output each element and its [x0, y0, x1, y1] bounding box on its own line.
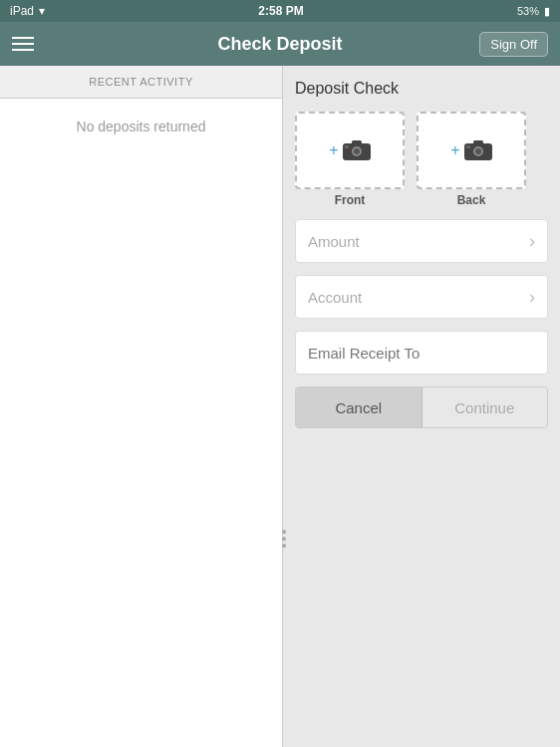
device-label: iPad — [10, 4, 34, 18]
amount-chevron-icon: › — [529, 231, 535, 252]
status-bar: iPad ▾ 2:58 PM 53% ▮ — [0, 0, 560, 22]
front-label: Front — [335, 193, 366, 207]
back-label: Back — [457, 193, 486, 207]
back-camera-inner: + — [450, 139, 491, 161]
button-row: Cancel Continue — [295, 386, 548, 428]
nav-bar: Check Deposit Sign Off — [0, 22, 560, 66]
continue-button[interactable]: Continue — [422, 387, 548, 427]
recent-activity-header: RECENT ACTIVITY — [0, 66, 282, 99]
status-bar-time: 2:58 PM — [258, 4, 303, 18]
cancel-button[interactable]: Cancel — [296, 387, 422, 427]
camera-row: + Front + — [295, 112, 548, 207]
front-camera-container: + Front — [295, 112, 405, 207]
deposit-check-title: Deposit Check — [295, 80, 548, 98]
amount-field[interactable]: Amount › — [295, 219, 548, 263]
svg-rect-8 — [473, 140, 483, 145]
menu-icon-line2 — [12, 43, 34, 45]
front-camera-icon — [343, 139, 371, 161]
back-camera-container: + Back — [417, 112, 526, 207]
left-panel: RECENT ACTIVITY No deposits returned — [0, 66, 283, 747]
svg-rect-3 — [352, 140, 362, 145]
page-title: Check Deposit — [217, 34, 342, 55]
front-plus-icon: + — [329, 141, 338, 159]
back-plus-icon: + — [450, 141, 459, 159]
front-camera-inner: + — [329, 139, 370, 161]
svg-point-7 — [475, 148, 481, 154]
amount-label: Amount — [308, 233, 360, 250]
svg-rect-9 — [466, 145, 470, 148]
battery-icon: ▮ — [544, 5, 550, 18]
account-chevron-icon: › — [529, 287, 535, 308]
menu-button[interactable] — [12, 37, 34, 51]
scroll-indicator — [281, 514, 287, 564]
svg-point-2 — [354, 148, 360, 154]
svg-rect-4 — [345, 145, 349, 148]
back-camera-icon — [464, 139, 492, 161]
battery-label: 53% — [517, 5, 539, 17]
email-receipt-input[interactable] — [295, 331, 548, 374]
front-camera-box[interactable]: + — [295, 112, 405, 189]
main-layout: RECENT ACTIVITY No deposits returned Dep… — [0, 66, 560, 747]
back-camera-box[interactable]: + — [417, 112, 526, 189]
no-deposits-message: No deposits returned — [0, 99, 282, 747]
menu-icon — [12, 37, 34, 39]
account-label: Account — [308, 289, 362, 306]
status-bar-left: iPad ▾ — [10, 4, 45, 18]
menu-icon-line3 — [12, 49, 34, 51]
sign-off-button[interactable]: Sign Off — [479, 32, 548, 57]
status-bar-right: 53% ▮ — [517, 5, 550, 18]
wifi-icon: ▾ — [39, 4, 45, 18]
right-panel: Deposit Check + — [283, 66, 560, 747]
account-field[interactable]: Account › — [295, 275, 548, 319]
